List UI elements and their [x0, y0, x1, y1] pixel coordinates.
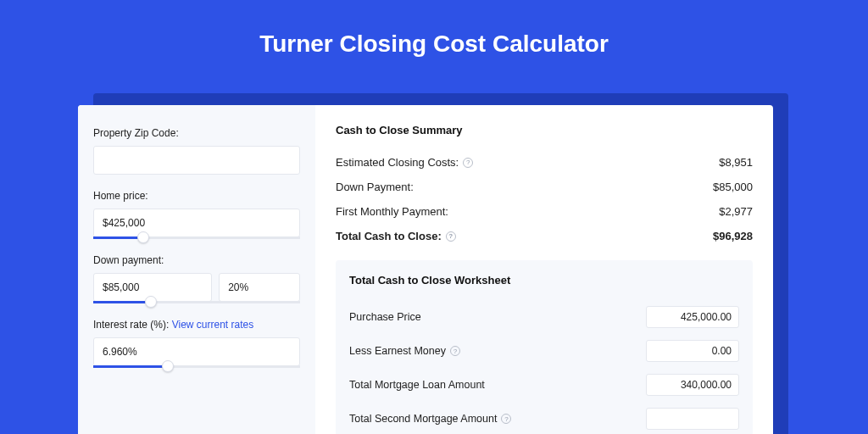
zip-input[interactable]: [93, 146, 300, 175]
worksheet-heading: Total Cash to Close Worksheet: [349, 274, 739, 287]
summary-row-label: Total Cash to Close:?: [336, 230, 456, 242]
summary-row: Down Payment:$85,000: [336, 175, 753, 199]
summary-row-label-text: Total Cash to Close:: [336, 230, 442, 242]
page-title: Turner Closing Cost Calculator: [0, 0, 868, 78]
summary-row-value: $96,928: [713, 230, 753, 242]
worksheet-value-input[interactable]: [646, 408, 739, 430]
summary-row: Total Cash to Close:?$96,928: [336, 224, 753, 248]
summary-list: Estimated Closing Costs:?$8,951Down Paym…: [336, 150, 753, 248]
summary-row-value: $8,951: [719, 156, 753, 169]
down-payment-field: Down payment: $85,000 20%: [93, 254, 300, 303]
down-payment-slider-thumb[interactable]: [145, 296, 157, 308]
worksheet-row-label: Total Second Mortgage Amount?: [349, 413, 511, 425]
summary-row-label: Estimated Closing Costs:?: [336, 156, 473, 169]
worksheet-row-label: Less Earnest Money?: [349, 345, 460, 357]
down-payment-slider-fill: [93, 301, 151, 303]
interest-rate-slider[interactable]: [93, 365, 300, 368]
summary-row-label-text: First Monthly Payment:: [336, 205, 448, 218]
summary-heading: Cash to Close Summary: [336, 124, 753, 136]
home-price-input[interactable]: $425,000: [93, 209, 300, 237]
inputs-sidebar: Property Zip Code: Home price: $425,000 …: [78, 105, 315, 434]
worksheet-row: Less Earnest Money?0.00: [349, 334, 739, 368]
worksheet-value-input[interactable]: 0.00: [646, 340, 739, 362]
interest-rate-label: Interest rate (%): View current rates: [93, 319, 300, 331]
summary-row: First Monthly Payment:$2,977: [336, 199, 753, 224]
worksheet-row: Total Mortgage Loan Amount340,000.00: [349, 368, 739, 402]
summary-row: Estimated Closing Costs:?$8,951: [336, 150, 753, 175]
help-icon[interactable]: ?: [450, 346, 460, 356]
interest-rate-label-text: Interest rate (%):: [93, 319, 169, 331]
worksheet-row-label-text: Purchase Price: [349, 311, 421, 323]
worksheet-row-label-text: Total Mortgage Loan Amount: [349, 379, 485, 391]
summary-row-value: $2,977: [719, 205, 753, 218]
home-price-slider-fill: [93, 236, 143, 239]
view-rates-link[interactable]: View current rates: [172, 319, 254, 331]
down-payment-row: $85,000 20%: [93, 273, 300, 302]
zip-field: Property Zip Code:: [93, 127, 300, 175]
help-icon[interactable]: ?: [446, 231, 456, 242]
worksheet-row-label-text: Total Second Mortgage Amount: [349, 413, 497, 425]
summary-row-value: $85,000: [713, 181, 753, 193]
interest-rate-field: Interest rate (%): View current rates 6.…: [93, 319, 300, 368]
interest-rate-slider-thumb[interactable]: [162, 360, 174, 372]
zip-label: Property Zip Code:: [93, 127, 300, 139]
worksheet-list: Purchase Price425,000.00Less Earnest Mon…: [349, 300, 739, 434]
down-payment-label: Down payment:: [93, 254, 300, 266]
worksheet-value-input[interactable]: 425,000.00: [646, 306, 739, 328]
interest-rate-input[interactable]: 6.960%: [93, 337, 300, 366]
worksheet-row: Purchase Price425,000.00: [349, 300, 739, 334]
calculator-panel: Property Zip Code: Home price: $425,000 …: [78, 105, 773, 434]
summary-row-label-text: Estimated Closing Costs:: [336, 156, 459, 169]
home-price-field: Home price: $425,000: [93, 190, 300, 239]
interest-rate-slider-fill: [93, 365, 168, 368]
home-price-slider[interactable]: [93, 236, 300, 239]
home-price-label: Home price:: [93, 190, 300, 202]
worksheet-row: Total Second Mortgage Amount?: [349, 402, 739, 434]
worksheet-value-input[interactable]: 340,000.00: [646, 374, 739, 396]
summary-row-label: First Monthly Payment:: [336, 205, 448, 218]
worksheet-section: Total Cash to Close Worksheet Purchase P…: [336, 260, 753, 434]
help-icon[interactable]: ?: [463, 158, 473, 168]
worksheet-row-label: Total Mortgage Loan Amount: [349, 379, 485, 391]
summary-row-label: Down Payment:: [336, 181, 414, 193]
summary-row-label-text: Down Payment:: [336, 181, 414, 193]
worksheet-row-label-text: Less Earnest Money: [349, 345, 446, 357]
down-payment-percent-input[interactable]: 20%: [219, 273, 300, 302]
help-icon[interactable]: ?: [501, 414, 511, 424]
down-payment-slider[interactable]: [93, 301, 300, 303]
worksheet-row-label: Purchase Price: [349, 311, 421, 323]
home-price-slider-thumb[interactable]: [137, 231, 149, 243]
results-main: Cash to Close Summary Estimated Closing …: [315, 105, 773, 434]
